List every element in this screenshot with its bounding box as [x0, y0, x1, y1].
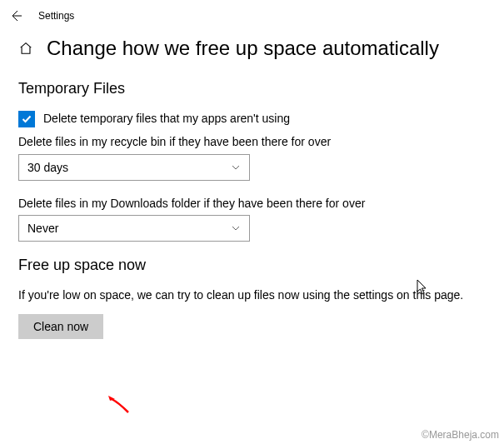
arrow-annotation-icon	[108, 396, 133, 417]
free-up-description: If you're low on space, we can try to cl…	[18, 287, 486, 304]
delete-temp-files-checkbox[interactable]	[18, 111, 35, 127]
downloads-select[interactable]: Never	[18, 215, 250, 242]
delete-temp-files-label: Delete temporary files that my apps aren…	[43, 111, 290, 127]
chevron-down-icon	[231, 162, 241, 172]
downloads-value: Never	[27, 222, 58, 235]
section-free-up-space: Free up space now	[18, 257, 486, 274]
section-temporary-files: Temporary Files	[18, 80, 486, 97]
cursor-icon	[417, 279, 430, 299]
clean-now-button[interactable]: Clean now	[18, 314, 103, 339]
back-icon[interactable]	[8, 8, 23, 23]
recycle-bin-label: Delete files in my recycle bin if they h…	[18, 134, 486, 151]
chevron-down-icon	[231, 223, 241, 233]
page-title: Change how we free up space automaticall…	[47, 37, 439, 60]
window-title: Settings	[38, 10, 74, 22]
recycle-bin-select[interactable]: 30 days	[18, 154, 250, 181]
recycle-bin-value: 30 days	[27, 161, 68, 174]
home-icon[interactable]	[18, 41, 33, 56]
watermark: ©MeraBheja.com	[422, 429, 499, 441]
downloads-label: Delete files in my Downloads folder if t…	[18, 196, 486, 212]
